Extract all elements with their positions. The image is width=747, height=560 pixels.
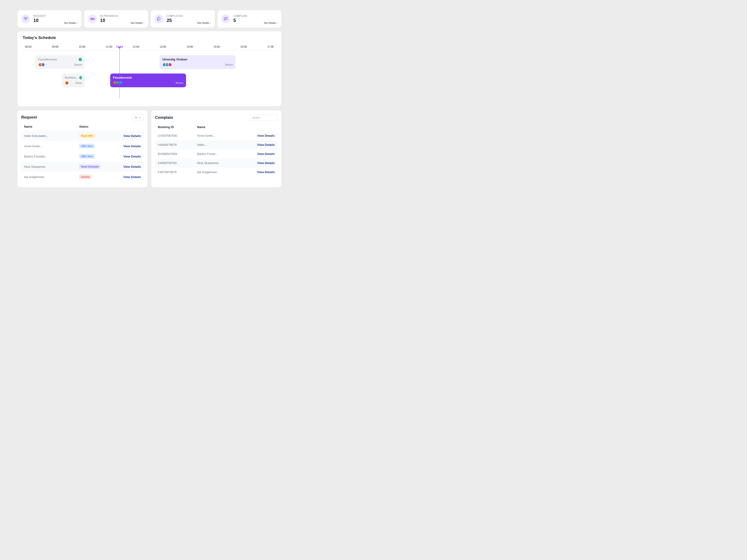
card-in-progress[interactable]: IN PROGRESS 10 See Details›	[84, 10, 148, 28]
cell-name: Anne-Grete...	[194, 131, 243, 140]
hour-label: 11:00	[104, 45, 114, 48]
column-name: Name	[194, 123, 243, 131]
status-badge: Need Schedule	[79, 164, 100, 169]
request-title: Request	[21, 115, 37, 120]
svg-rect-0	[24, 17, 28, 19]
column-booking-id: Booking ID	[155, 123, 194, 131]
event-avatars	[65, 81, 69, 85]
schedule-title: Today's Schedule	[23, 35, 276, 40]
chevron-right-icon: ›	[210, 22, 211, 24]
card-label: IN PROGRESS	[100, 15, 145, 17]
view-details-link[interactable]: View Details	[257, 134, 275, 137]
view-details-link[interactable]: View Details	[123, 155, 141, 158]
hour-label: 14:00	[185, 45, 195, 48]
view-details-link[interactable]: View Details	[123, 175, 141, 179]
cell-name: Nina Skarpenes	[21, 161, 76, 172]
svg-rect-3	[91, 19, 93, 19]
event-duration: 2hours	[74, 63, 82, 66]
schedule-panel: Today's Schedule 08:0009:0010:0011:0012:…	[18, 31, 281, 106]
table-row: F4875975979Ida AsbjørnsenView Details	[155, 167, 278, 177]
cell-name: Barbro Fossdal...	[21, 151, 76, 161]
see-details-link[interactable]: See Details›	[197, 22, 211, 24]
cell-status: Decline	[76, 172, 113, 182]
cell-status: Offer Sent	[76, 151, 113, 161]
cell-booking-id: BV586547959	[155, 149, 194, 158]
hour-label: 13:00	[158, 45, 168, 48]
timeline-rule	[23, 50, 276, 51]
request-panel: Request All Name Status Helle Eriksdatte…	[18, 110, 148, 187]
hour-label: 15:00	[212, 45, 221, 48]
cell-booking-id: UV597597580	[155, 131, 194, 140]
card-complain[interactable]: COMPLAIN 5 See Details›	[217, 10, 282, 28]
table-row: BV586547959Barbro Fossd...View Details	[155, 149, 278, 158]
see-details-link[interactable]: See Details›	[64, 22, 78, 24]
view-details-link[interactable]: View Details	[123, 134, 141, 138]
event-duration: 3hours	[176, 81, 183, 84]
column-name: Name	[21, 123, 76, 131]
hour-label: 10:00	[77, 45, 87, 48]
filter-all-dropdown[interactable]: All	[132, 114, 144, 120]
cell-name: Ida Asbjørnsen	[21, 172, 76, 182]
hour-label: 08:00	[24, 45, 33, 48]
see-details-link[interactable]: See Details›	[130, 22, 144, 24]
column-status: Status	[76, 123, 113, 131]
table-row: Ida AsbjørnsenDeclineView Details	[21, 172, 144, 182]
cell-name: Helle...	[194, 140, 243, 149]
event-title: Utvendig Vinduer	[162, 58, 187, 61]
schedule-event-active[interactable]: Fasadesvask 3hours	[110, 74, 186, 87]
hour-label: 17:00	[266, 45, 275, 48]
card-completed[interactable]: COMPLETED 25 See Details›	[151, 10, 215, 28]
chevron-down-icon	[139, 116, 141, 118]
view-details-link[interactable]: View Details	[257, 161, 275, 165]
table-row: V4684876878Helle...View Details	[155, 140, 278, 149]
view-details-link[interactable]: View Details	[257, 152, 275, 156]
complain-panel: Complain Booking ID Name UV597597580Anne…	[151, 110, 281, 187]
completed-icon	[155, 15, 163, 23]
card-label: COMPLETED	[167, 15, 211, 17]
view-details-link[interactable]: View Details	[123, 144, 141, 148]
event-title: Fasadesvask	[38, 58, 57, 61]
complain-title: Complain	[155, 115, 173, 120]
card-label: REQUEST	[33, 15, 78, 17]
chevron-right-icon: ›	[277, 22, 278, 24]
cell-booking-id: F4875975979	[155, 167, 194, 177]
status-badge: Offer Sent	[79, 144, 95, 149]
cell-status: Need Schedule	[76, 161, 113, 172]
cell-name: Nina Skarpenes	[194, 158, 243, 167]
schedule-event[interactable]: Utvendig Vinduer 3hours	[159, 55, 235, 69]
schedule-event[interactable]: Fasadesvask ✓ 2hours	[35, 55, 85, 69]
table-row: Nina SkarpenesNeed ScheduleView Details	[21, 161, 144, 172]
table-row: Anne-Grete...Offer SentView Details	[21, 141, 144, 151]
search-input[interactable]	[250, 114, 278, 121]
event-avatars	[38, 62, 45, 67]
table-row: UV597597580Anne-Grete...View Details	[155, 131, 278, 140]
hour-label: 16:00	[239, 45, 248, 48]
cell-name: Helle Eriksdatter...	[21, 131, 76, 141]
view-details-link[interactable]: View Details	[257, 143, 275, 146]
schedule-event[interactable]: Butikkv... ✓ 1hour	[62, 74, 85, 87]
cell-name: Ida Asbjørnsen	[194, 167, 243, 177]
cell-name: Anne-Grete...	[21, 141, 76, 151]
cell-booking-id: V4684876878	[155, 140, 194, 149]
summary-cards: REQUEST 10 See Details› IN PROGRESS 10 S…	[18, 10, 281, 28]
complain-icon	[221, 15, 230, 23]
event-avatars	[162, 62, 172, 67]
status-badge: Offer Sent	[79, 154, 95, 159]
event-title: Butikkv...	[65, 76, 78, 79]
chevron-right-icon: ›	[77, 22, 78, 24]
chevron-right-icon: ›	[143, 22, 144, 24]
table-row: Barbro Fossdal...Offer SentView Details	[21, 151, 144, 161]
timeline-hours: 08:0009:0010:0011:0012:0013:0014:0015:00…	[23, 45, 276, 48]
view-details-link[interactable]: View Details	[123, 165, 141, 168]
event-avatars	[113, 81, 123, 85]
card-label: COMPLAIN	[233, 15, 278, 17]
complain-table: Booking ID Name UV597597580Anne-Grete...…	[155, 123, 278, 177]
current-time-marker-dot	[119, 47, 121, 49]
view-details-link[interactable]: View Details	[257, 170, 275, 174]
card-request[interactable]: REQUEST 10 See Details›	[18, 10, 81, 28]
hour-label: 09:00	[50, 45, 60, 48]
request-icon	[21, 15, 30, 23]
see-details-link[interactable]: See Details›	[264, 22, 278, 24]
event-title: Fasadesvask	[113, 76, 132, 79]
cell-status: Need offer	[76, 131, 113, 141]
